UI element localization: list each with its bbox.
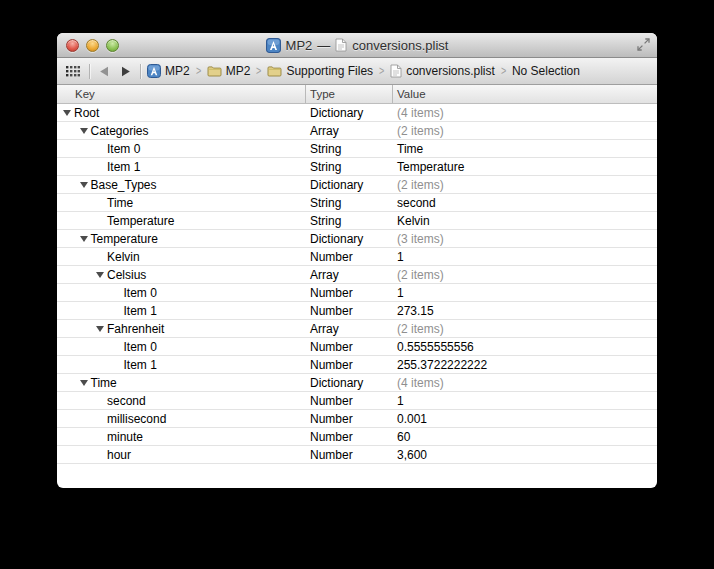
value-cell[interactable]: 3,600 (392, 448, 657, 462)
type-cell[interactable]: String (305, 196, 392, 210)
table-row[interactable]: Kelvin Number 1 (57, 248, 657, 266)
value-cell[interactable]: 0.5555555556 (392, 340, 657, 354)
value-cell[interactable]: (3 items) (392, 232, 657, 246)
column-header-key: Key (57, 88, 305, 100)
type-cell[interactable]: Number (305, 394, 392, 408)
table-row[interactable]: Item 1 Number 255.3722222222 (57, 356, 657, 374)
disclosure-triangle-icon[interactable] (96, 146, 107, 152)
type-cell[interactable]: Array (305, 268, 392, 282)
close-button[interactable] (66, 39, 79, 52)
disclosure-triangle-icon[interactable] (113, 344, 124, 350)
disclosure-triangle-icon[interactable] (80, 182, 91, 188)
type-cell[interactable]: Number (305, 304, 392, 318)
table-row[interactable]: Item 1 Number 273.15 (57, 302, 657, 320)
value-cell[interactable]: 60 (392, 430, 657, 444)
breadcrumb-item-mp2[interactable]: MP2 (207, 64, 251, 78)
value-cell[interactable]: 1 (392, 286, 657, 300)
table-row[interactable]: minute Number 60 (57, 428, 657, 446)
disclosure-triangle-icon[interactable] (96, 272, 107, 278)
table-row[interactable]: Item 0 Number 0.5555555556 (57, 338, 657, 356)
table-row[interactable]: Temperature String Kelvin (57, 212, 657, 230)
fullscreen-icon[interactable] (636, 37, 651, 52)
table-row[interactable]: Celsius Array (2 items) (57, 266, 657, 284)
type-cell[interactable]: String (305, 160, 392, 174)
disclosure-triangle-icon[interactable] (80, 236, 91, 242)
table-row[interactable]: millisecond Number 0.001 (57, 410, 657, 428)
value-cell[interactable]: Time (392, 142, 657, 156)
related-items-icon[interactable] (63, 66, 83, 77)
breadcrumb-item-conversions-plist[interactable]: conversions.plist (390, 64, 495, 78)
zoom-button[interactable] (106, 39, 119, 52)
disclosure-triangle-icon[interactable] (96, 398, 107, 404)
minimize-button[interactable] (86, 39, 99, 52)
table-row[interactable]: Fahrenheit Array (2 items) (57, 320, 657, 338)
type-cell[interactable]: Number (305, 286, 392, 300)
disclosure-triangle-icon[interactable] (96, 416, 107, 422)
type-cell[interactable]: String (305, 214, 392, 228)
value-cell[interactable]: (4 items) (392, 106, 657, 120)
value-cell[interactable]: (2 items) (392, 178, 657, 192)
table-row[interactable]: Time String second (57, 194, 657, 212)
value-cell[interactable]: Kelvin (392, 214, 657, 228)
disclosure-triangle-icon[interactable] (96, 254, 107, 260)
key-cell: Item 1 (57, 160, 305, 174)
disclosure-triangle-icon[interactable] (96, 326, 107, 332)
disclosure-triangle-icon[interactable] (113, 362, 124, 368)
type-cell[interactable]: Dictionary (305, 106, 392, 120)
disclosure-triangle-icon[interactable] (96, 434, 107, 440)
table-row[interactable]: Item 0 Number 1 (57, 284, 657, 302)
project-icon (266, 38, 281, 53)
table-row[interactable]: Time Dictionary (4 items) (57, 374, 657, 392)
disclosure-triangle-icon[interactable] (80, 380, 91, 386)
value-cell[interactable]: (2 items) (392, 322, 657, 336)
value-cell[interactable]: second (392, 196, 657, 210)
disclosure-triangle-icon[interactable] (96, 452, 107, 458)
type-cell[interactable]: Number (305, 448, 392, 462)
disclosure-triangle-icon[interactable] (80, 128, 91, 134)
key-cell: Categories (57, 124, 305, 138)
type-cell[interactable]: Number (305, 340, 392, 354)
back-button[interactable] (96, 66, 112, 77)
value-cell[interactable]: 1 (392, 394, 657, 408)
disclosure-triangle-icon[interactable] (96, 200, 107, 206)
type-cell[interactable]: Number (305, 430, 392, 444)
indent-spacer (63, 418, 96, 419)
value-cell[interactable]: 273.15 (392, 304, 657, 318)
table-row[interactable]: Categories Array (2 items) (57, 122, 657, 140)
disclosure-triangle-icon[interactable] (113, 290, 124, 296)
disclosure-triangle-icon[interactable] (63, 110, 74, 116)
type-cell[interactable]: Number (305, 250, 392, 264)
table-row[interactable]: Item 1 String Temperature (57, 158, 657, 176)
crumb-label: MP2 (226, 64, 251, 78)
type-cell[interactable]: Dictionary (305, 232, 392, 246)
value-cell[interactable]: (4 items) (392, 376, 657, 390)
type-cell[interactable]: Number (305, 412, 392, 426)
value-cell[interactable]: 1 (392, 250, 657, 264)
type-cell[interactable]: Dictionary (305, 376, 392, 390)
disclosure-triangle-icon[interactable] (96, 164, 107, 170)
disclosure-triangle-icon[interactable] (96, 218, 107, 224)
value-cell[interactable]: (2 items) (392, 268, 657, 282)
table-row[interactable]: Base_Types Dictionary (2 items) (57, 176, 657, 194)
table-row[interactable]: hour Number 3,600 (57, 446, 657, 464)
type-cell[interactable]: Number (305, 358, 392, 372)
table-row[interactable]: Root Dictionary (4 items) (57, 104, 657, 122)
value-cell[interactable]: (2 items) (392, 124, 657, 138)
value-cell[interactable]: 255.3722222222 (392, 358, 657, 372)
breadcrumb-item-mp2[interactable]: MP2 (147, 64, 190, 78)
disclosure-triangle-icon[interactable] (113, 308, 124, 314)
toolbar-divider (140, 64, 141, 79)
type-cell[interactable]: Array (305, 322, 392, 336)
table-row[interactable]: Item 0 String Time (57, 140, 657, 158)
type-cell[interactable]: String (305, 142, 392, 156)
table-row[interactable]: second Number 1 (57, 392, 657, 410)
type-cell[interactable]: Dictionary (305, 178, 392, 192)
value-cell[interactable]: 0.001 (392, 412, 657, 426)
breadcrumb-item-no-selection[interactable]: No Selection (512, 64, 580, 78)
type-cell[interactable]: Array (305, 124, 392, 138)
breadcrumb-item-supporting-files[interactable]: Supporting Files (267, 64, 373, 78)
table-row[interactable]: Temperature Dictionary (3 items) (57, 230, 657, 248)
forward-button[interactable] (118, 66, 134, 77)
value-cell[interactable]: Temperature (392, 160, 657, 174)
window-titlebar[interactable]: MP2 — conversions.plist (57, 33, 657, 58)
